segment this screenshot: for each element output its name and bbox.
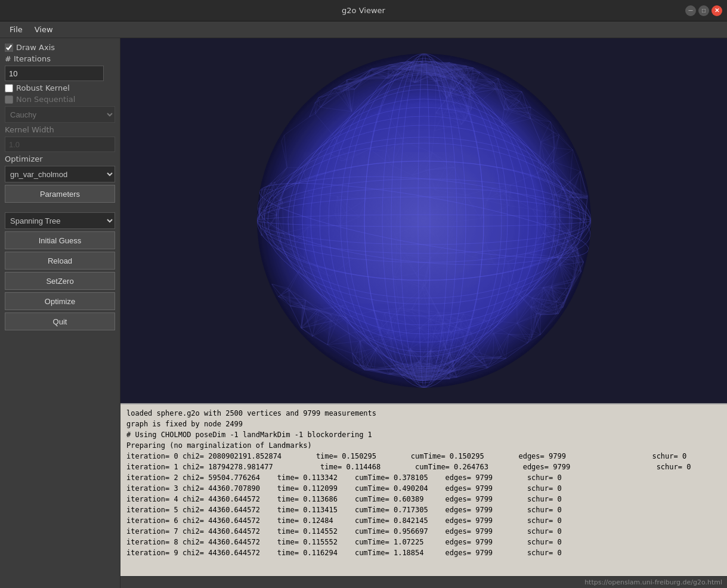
initial-guess-button[interactable]: Initial Guess: [5, 231, 115, 249]
optimizer-row: gn_var_cholmod: [5, 166, 115, 182]
init-method-row: Spanning Tree: [5, 212, 115, 229]
statusbar-text: https://openslam.uni-freiburg.de/g2o.htm…: [584, 578, 722, 586]
left-panel: Draw Axis # Iterations 10 Robust Kernel …: [0, 38, 120, 588]
log-line-2: # Using CHOLMOD poseDim -1 landMarkDim -…: [126, 429, 721, 440]
menu-view[interactable]: View: [29, 23, 59, 36]
draw-axis-row: Draw Axis: [5, 43, 115, 52]
right-area: /* generated below */ loaded sphere.g2o …: [120, 38, 727, 588]
log-line-12: iteration= 8 chi2= 44360.644572 time= 0.…: [126, 537, 721, 547]
menubar: File View: [0, 21, 727, 38]
iterations-input[interactable]: 10: [5, 66, 104, 81]
init-method-select[interactable]: Spanning Tree: [5, 212, 115, 229]
log-line-8: iteration= 4 chi2= 44360.644572 time= 0.…: [126, 494, 721, 505]
robust-kernel-checkbox[interactable]: [5, 84, 13, 92]
robust-kernel-row: Robust Kernel: [5, 83, 115, 92]
optimizer-label: Optimizer: [5, 154, 115, 163]
log-line-5: iteration= 1 chi2= 18794278.981477 time=…: [126, 462, 721, 472]
minimize-button[interactable]: ─: [685, 5, 696, 16]
log-line-9: iteration= 5 chi2= 44360.644572 time= 0.…: [126, 505, 721, 515]
maximize-button[interactable]: □: [698, 5, 709, 16]
kernel-width-input[interactable]: [5, 137, 115, 152]
non-sequential-label: Non Sequential: [16, 95, 75, 104]
window-title: g2o Viewer: [342, 6, 385, 15]
log-line-4: iteration= 0 chi2= 2080902191.852874 tim…: [126, 451, 721, 462]
non-sequential-checkbox[interactable]: [5, 95, 13, 104]
log-line-1: graph is fixed by node 2499: [126, 419, 721, 429]
main-layout: Draw Axis # Iterations 10 Robust Kernel …: [0, 38, 727, 588]
iterations-label: # Iterations: [5, 54, 115, 63]
reload-button[interactable]: Reload: [5, 252, 115, 270]
optimize-button[interactable]: Optimize: [5, 292, 115, 310]
log-line-6: iteration= 2 chi2= 59504.776264 time= 0.…: [126, 472, 721, 483]
draw-axis-label: Draw Axis: [16, 43, 55, 52]
menu-file[interactable]: File: [4, 23, 29, 36]
setzero-button[interactable]: SetZero: [5, 272, 115, 290]
log-line-13: iteration= 9 chi2= 44360.644572 time= 0.…: [126, 547, 721, 558]
iterations-row: 10: [5, 66, 115, 81]
log-line-0: loaded sphere.g2o with 2500 vertices and…: [126, 408, 721, 419]
log-line-7: iteration= 3 chi2= 44360.707890 time= 0.…: [126, 483, 721, 494]
robust-kernel-label: Robust Kernel: [16, 83, 70, 92]
viewport[interactable]: /* generated below */: [120, 38, 727, 403]
sphere-svg: /* generated below */: [248, 45, 600, 397]
kernel-width-row: [5, 137, 115, 152]
separator-1: [5, 205, 115, 210]
optimizer-select[interactable]: gn_var_cholmod: [5, 166, 115, 182]
non-sequential-row: Non Sequential: [5, 95, 115, 104]
sphere-container: /* generated below */: [120, 38, 727, 403]
statusbar: https://openslam.uni-freiburg.de/g2o.htm…: [120, 576, 727, 588]
log-line-3: Preparing (no marginalization of Landmar…: [126, 440, 721, 451]
window-controls: ─ □ ✕: [685, 5, 722, 16]
parameters-button[interactable]: Parameters: [5, 185, 115, 203]
draw-axis-checkbox[interactable]: [5, 44, 13, 52]
log-line-11: iteration= 7 chi2= 44360.644572 time= 0.…: [126, 526, 721, 537]
sphere-background: [257, 54, 591, 388]
close-button[interactable]: ✕: [711, 5, 722, 16]
quit-button[interactable]: Quit: [5, 312, 115, 330]
titlebar: g2o Viewer ─ □ ✕: [0, 0, 727, 21]
log-area[interactable]: loaded sphere.g2o with 2500 vertices and…: [120, 403, 727, 576]
kernel-type-row: Cauchy: [5, 106, 115, 123]
kernel-width-label: Kernel Width: [5, 125, 115, 134]
kernel-type-select[interactable]: Cauchy: [5, 106, 115, 123]
log-line-10: iteration= 6 chi2= 44360.644572 time= 0.…: [126, 515, 721, 526]
